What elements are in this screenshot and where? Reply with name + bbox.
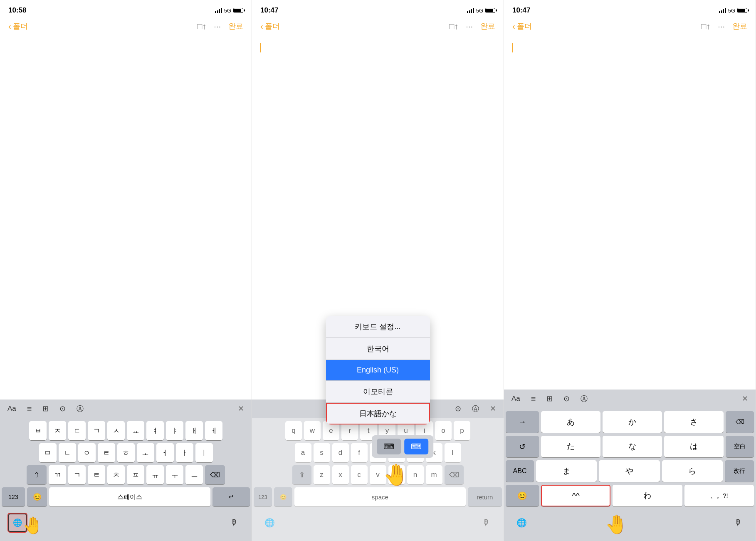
jp-ta[interactable]: た	[541, 436, 600, 457]
done-button-1[interactable]: 완료	[228, 21, 243, 31]
camera-button-3[interactable]: ⊙	[562, 392, 571, 405]
kb-key-n[interactable]: ㄴ	[59, 443, 76, 462]
kb-key-bb[interactable]: ㅂ	[29, 421, 47, 440]
nav-back-2[interactable]: ‹ 폴더	[260, 21, 280, 31]
jp-wa[interactable]: わ	[613, 485, 682, 506]
kb-key-yu[interactable]: ㅠ	[146, 465, 164, 484]
kb-key-ng[interactable]: ㅇ	[78, 443, 96, 462]
eng-delete[interactable]: ⌫	[445, 465, 464, 484]
kb-key-jj[interactable]: ㅈ	[49, 421, 66, 440]
kb-key-eo[interactable]: ㅓ	[156, 443, 174, 462]
camera-button-2[interactable]: ⊙	[453, 402, 463, 415]
share-icon-2[interactable]: □↑	[449, 22, 458, 31]
share-icon-1[interactable]: □↑	[197, 22, 206, 31]
kb-key-ya[interactable]: ㅑ	[166, 421, 183, 440]
eng-shift[interactable]: ⇧	[292, 465, 311, 484]
kb-key-yeo[interactable]: ㅕ	[146, 421, 164, 440]
lang-item-japanese[interactable]: 日本語かな	[326, 403, 430, 424]
eng-w[interactable]: w	[304, 421, 321, 440]
nav-back-1[interactable]: ‹ 폴더	[8, 21, 28, 31]
kb-key-o[interactable]: ㅗ	[137, 443, 154, 462]
kb-key-a[interactable]: ㅏ	[176, 443, 193, 462]
close-keyboard-button-1[interactable]: ✕	[236, 402, 246, 415]
kb-key-e[interactable]: ㅔ	[205, 421, 222, 440]
note-content-3[interactable]	[504, 37, 756, 390]
kb-key-p[interactable]: ㅍ	[127, 465, 144, 484]
jp-emoji[interactable]: 😊	[506, 485, 539, 506]
kb-key-ch[interactable]: ㅊ	[107, 465, 125, 484]
kb-delete[interactable]: ⌫	[205, 465, 225, 484]
eng-c[interactable]: c	[351, 465, 368, 484]
popup-active-keyboard-btn[interactable]: ⌨	[404, 439, 428, 454]
globe-button-2[interactable]: 🌐	[260, 514, 279, 532]
eng-o[interactable]: o	[435, 421, 452, 440]
jp-ra[interactable]: ら	[662, 460, 723, 482]
more-icon-3[interactable]: ···	[718, 22, 725, 31]
jp-a[interactable]: あ	[541, 411, 600, 433]
jp-return[interactable]: 改行	[725, 460, 754, 482]
globe-button-3[interactable]: 🌐	[512, 514, 531, 532]
kb-space[interactable]: 스페이스	[49, 487, 210, 506]
circleA-button-3[interactable]: Ⓐ	[579, 392, 589, 405]
kb-key-t[interactable]: ㅌ	[88, 465, 105, 484]
eng-a[interactable]: a	[295, 443, 311, 462]
table-button-1[interactable]: ⊞	[41, 402, 50, 415]
eng-d[interactable]: d	[332, 443, 349, 462]
kb-key-r[interactable]: ㄹ	[98, 443, 115, 462]
eng-l[interactable]: l	[445, 443, 461, 462]
kb-shift[interactable]: ⇧	[27, 465, 47, 484]
kb-key-kk[interactable]: ㄲ	[49, 465, 66, 484]
eng-f[interactable]: f	[351, 443, 368, 462]
eng-num[interactable]: 123	[254, 487, 272, 506]
close-keyboard-button-2[interactable]: ✕	[488, 402, 498, 415]
list-button-1[interactable]: ≡	[25, 402, 34, 415]
lang-item-settings[interactable]: 키보드 설정...	[326, 316, 430, 338]
jp-arrow[interactable]: →	[506, 411, 539, 433]
mic-button-1[interactable]: 🎙	[225, 514, 243, 532]
lang-item-english[interactable]: English (US)	[326, 360, 430, 381]
kb-key-eu[interactable]: ㅡ	[185, 465, 203, 484]
note-content-1[interactable]	[0, 37, 252, 400]
list-button-3[interactable]: ≡	[529, 392, 538, 405]
kb-return[interactable]: ↵	[212, 487, 250, 506]
kb-key-i[interactable]: ㅣ	[195, 443, 213, 462]
circleA-button-1[interactable]: Ⓐ	[75, 402, 85, 415]
kb-key-gg[interactable]: ㄱ	[88, 421, 105, 440]
kb-key-ae[interactable]: ㅐ	[185, 421, 203, 440]
kb-key-h[interactable]: ㅎ	[117, 443, 135, 462]
jp-space[interactable]: 空白	[726, 436, 754, 457]
nav-back-3[interactable]: ‹ 폴더	[512, 21, 532, 31]
circleA-button-2[interactable]: Ⓐ	[470, 402, 481, 415]
share-icon-3[interactable]: □↑	[701, 22, 710, 31]
folder-label-1[interactable]: 폴더	[13, 21, 28, 31]
jp-ka[interactable]: か	[603, 411, 662, 433]
jp-delete[interactable]: ⌫	[726, 411, 754, 433]
table-button-3[interactable]: ⊞	[545, 392, 554, 405]
kb-key-dd[interactable]: ㄷ	[68, 421, 86, 440]
format-aa-button-1[interactable]: Aa	[6, 403, 18, 414]
jp-ya[interactable]: や	[599, 460, 660, 482]
lang-item-emoticon[interactable]: 이모티콘	[326, 381, 430, 403]
popup-keyboard-icon-btn[interactable]: ⌨	[377, 439, 401, 454]
kb-key-u[interactable]: ㅜ	[166, 465, 183, 484]
eng-q[interactable]: q	[285, 421, 302, 440]
eng-x[interactable]: x	[332, 465, 349, 484]
jp-sa[interactable]: さ	[664, 411, 724, 433]
done-button-3[interactable]: 완료	[732, 21, 747, 31]
kb-key-yo[interactable]: ㅛ	[127, 421, 144, 440]
kb-key-k[interactable]: ㄱ	[68, 465, 86, 484]
kb-num[interactable]: 123	[2, 487, 25, 506]
format-aa-button-3[interactable]: Aa	[510, 393, 522, 405]
jp-ha[interactable]: は	[664, 436, 724, 457]
camera-button-1[interactable]: ⊙	[58, 402, 67, 415]
lang-item-korean[interactable]: 한국어	[326, 338, 430, 360]
mic-button-2[interactable]: 🎙	[477, 514, 495, 532]
more-icon-2[interactable]: ···	[466, 22, 473, 31]
folder-label-2[interactable]: 폴더	[265, 21, 280, 31]
eng-space[interactable]: space	[294, 487, 466, 506]
eng-return[interactable]: return	[468, 487, 502, 506]
eng-s[interactable]: s	[314, 443, 330, 462]
jp-abc[interactable]: ABC	[506, 460, 534, 482]
eng-p[interactable]: p	[454, 421, 470, 440]
kb-emoji[interactable]: 😊	[27, 487, 47, 506]
